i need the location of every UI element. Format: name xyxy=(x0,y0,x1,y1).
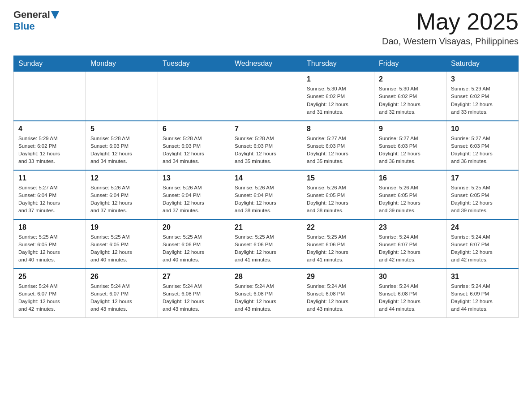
calendar-cell xyxy=(230,72,302,121)
day-number: 5 xyxy=(90,125,153,133)
day-info: Sunrise: 5:24 AMSunset: 6:07 PMDaylight:… xyxy=(18,283,81,313)
svg-marker-0 xyxy=(51,11,59,19)
day-info: Sunrise: 5:28 AMSunset: 6:03 PMDaylight:… xyxy=(235,135,297,166)
calendar-cell: 15Sunrise: 5:26 AMSunset: 6:05 PMDayligh… xyxy=(302,170,374,219)
day-info: Sunrise: 5:24 AMSunset: 6:07 PMDaylight:… xyxy=(90,283,153,313)
day-info: Sunrise: 5:25 AMSunset: 6:05 PMDaylight:… xyxy=(18,233,81,264)
day-number: 12 xyxy=(90,174,153,182)
day-info: Sunrise: 5:26 AMSunset: 6:04 PMDaylight:… xyxy=(163,184,225,215)
day-info: Sunrise: 5:26 AMSunset: 6:04 PMDaylight:… xyxy=(90,184,153,215)
calendar-cell: 9Sunrise: 5:27 AMSunset: 6:03 PMDaylight… xyxy=(374,121,446,170)
calendar-cell xyxy=(158,72,230,121)
calendar-cell: 17Sunrise: 5:25 AMSunset: 6:05 PMDayligh… xyxy=(446,170,519,219)
day-info: Sunrise: 5:28 AMSunset: 6:03 PMDaylight:… xyxy=(90,135,153,166)
weekday-header-tuesday: Tuesday xyxy=(158,56,230,72)
calendar-cell: 30Sunrise: 5:24 AMSunset: 6:08 PMDayligh… xyxy=(374,269,446,318)
day-number: 24 xyxy=(451,223,514,231)
weekday-header-row: SundayMondayTuesdayWednesdayThursdayFrid… xyxy=(14,56,519,72)
calendar-cell: 23Sunrise: 5:24 AMSunset: 6:07 PMDayligh… xyxy=(374,219,446,269)
page-header: General Blue May 2025 Dao, Western Visay… xyxy=(13,9,519,47)
calendar-cell: 7Sunrise: 5:28 AMSunset: 6:03 PMDaylight… xyxy=(230,121,302,170)
month-year-title: May 2025 xyxy=(382,9,519,34)
calendar-cell: 22Sunrise: 5:25 AMSunset: 6:06 PMDayligh… xyxy=(302,219,374,269)
calendar-cell: 10Sunrise: 5:27 AMSunset: 6:03 PMDayligh… xyxy=(446,121,519,170)
day-number: 28 xyxy=(235,273,297,281)
calendar-cell: 3Sunrise: 5:29 AMSunset: 6:02 PMDaylight… xyxy=(446,72,519,121)
calendar-cell: 14Sunrise: 5:26 AMSunset: 6:04 PMDayligh… xyxy=(230,170,302,219)
calendar-cell: 25Sunrise: 5:24 AMSunset: 6:07 PMDayligh… xyxy=(14,269,86,318)
day-info: Sunrise: 5:27 AMSunset: 6:03 PMDaylight:… xyxy=(451,135,514,166)
logo: General Blue xyxy=(13,9,59,32)
calendar-cell: 27Sunrise: 5:24 AMSunset: 6:08 PMDayligh… xyxy=(158,269,230,318)
calendar-week-row: 11Sunrise: 5:27 AMSunset: 6:04 PMDayligh… xyxy=(14,170,519,219)
day-number: 27 xyxy=(163,273,225,281)
day-number: 7 xyxy=(235,125,297,133)
day-info: Sunrise: 5:29 AMSunset: 6:02 PMDaylight:… xyxy=(451,85,514,116)
weekday-header-sunday: Sunday xyxy=(14,56,86,72)
day-info: Sunrise: 5:25 AMSunset: 6:06 PMDaylight:… xyxy=(235,233,297,264)
day-number: 25 xyxy=(18,273,81,281)
day-number: 20 xyxy=(163,223,225,231)
calendar-cell: 4Sunrise: 5:29 AMSunset: 6:02 PMDaylight… xyxy=(14,121,86,170)
calendar-cell: 18Sunrise: 5:25 AMSunset: 6:05 PMDayligh… xyxy=(14,219,86,269)
calendar-cell: 28Sunrise: 5:24 AMSunset: 6:08 PMDayligh… xyxy=(230,269,302,318)
calendar-cell: 16Sunrise: 5:26 AMSunset: 6:05 PMDayligh… xyxy=(374,170,446,219)
day-info: Sunrise: 5:26 AMSunset: 6:05 PMDaylight:… xyxy=(379,184,442,215)
day-number: 6 xyxy=(163,125,225,133)
calendar-cell: 31Sunrise: 5:24 AMSunset: 6:09 PMDayligh… xyxy=(446,269,519,318)
calendar-cell xyxy=(14,72,86,121)
weekday-header-friday: Friday xyxy=(374,56,446,72)
day-info: Sunrise: 5:29 AMSunset: 6:02 PMDaylight:… xyxy=(18,135,81,166)
day-number: 14 xyxy=(235,174,297,182)
day-number: 18 xyxy=(18,223,81,231)
day-number: 10 xyxy=(451,125,514,133)
calendar-cell: 6Sunrise: 5:28 AMSunset: 6:03 PMDaylight… xyxy=(158,121,230,170)
location-subtitle: Dao, Western Visayas, Philippines xyxy=(382,36,519,47)
day-info: Sunrise: 5:25 AMSunset: 6:05 PMDaylight:… xyxy=(90,233,153,264)
day-number: 30 xyxy=(379,273,442,281)
day-number: 31 xyxy=(451,273,514,281)
day-info: Sunrise: 5:26 AMSunset: 6:04 PMDaylight:… xyxy=(235,184,297,215)
day-info: Sunrise: 5:27 AMSunset: 6:03 PMDaylight:… xyxy=(379,135,442,166)
day-info: Sunrise: 5:24 AMSunset: 6:07 PMDaylight:… xyxy=(451,233,514,264)
day-number: 22 xyxy=(307,223,369,231)
day-number: 16 xyxy=(379,174,442,182)
day-number: 29 xyxy=(307,273,369,281)
day-info: Sunrise: 5:27 AMSunset: 6:04 PMDaylight:… xyxy=(18,184,81,215)
day-info: Sunrise: 5:24 AMSunset: 6:07 PMDaylight:… xyxy=(379,233,442,264)
calendar-cell: 11Sunrise: 5:27 AMSunset: 6:04 PMDayligh… xyxy=(14,170,86,219)
calendar-cell xyxy=(86,72,158,121)
weekday-header-wednesday: Wednesday xyxy=(230,56,302,72)
day-info: Sunrise: 5:25 AMSunset: 6:05 PMDaylight:… xyxy=(451,184,514,215)
calendar-cell: 8Sunrise: 5:27 AMSunset: 6:03 PMDaylight… xyxy=(302,121,374,170)
day-info: Sunrise: 5:30 AMSunset: 6:02 PMDaylight:… xyxy=(307,85,369,116)
day-number: 3 xyxy=(451,75,514,83)
day-number: 8 xyxy=(307,125,369,133)
day-info: Sunrise: 5:25 AMSunset: 6:06 PMDaylight:… xyxy=(163,233,225,264)
calendar-cell: 21Sunrise: 5:25 AMSunset: 6:06 PMDayligh… xyxy=(230,219,302,269)
day-info: Sunrise: 5:24 AMSunset: 6:08 PMDaylight:… xyxy=(307,283,369,313)
day-number: 15 xyxy=(307,174,369,182)
day-number: 23 xyxy=(379,223,442,231)
day-info: Sunrise: 5:25 AMSunset: 6:06 PMDaylight:… xyxy=(307,233,369,264)
calendar-cell: 2Sunrise: 5:30 AMSunset: 6:02 PMDaylight… xyxy=(374,72,446,121)
day-number: 9 xyxy=(379,125,442,133)
day-number: 21 xyxy=(235,223,297,231)
day-number: 19 xyxy=(90,223,153,231)
day-number: 2 xyxy=(379,75,442,83)
day-number: 4 xyxy=(18,125,81,133)
weekday-header-monday: Monday xyxy=(86,56,158,72)
day-info: Sunrise: 5:27 AMSunset: 6:03 PMDaylight:… xyxy=(307,135,369,166)
calendar-cell: 24Sunrise: 5:24 AMSunset: 6:07 PMDayligh… xyxy=(446,219,519,269)
calendar-cell: 26Sunrise: 5:24 AMSunset: 6:07 PMDayligh… xyxy=(86,269,158,318)
calendar-week-row: 4Sunrise: 5:29 AMSunset: 6:02 PMDaylight… xyxy=(14,121,519,170)
calendar-cell: 1Sunrise: 5:30 AMSunset: 6:02 PMDaylight… xyxy=(302,72,374,121)
logo-blue: Blue xyxy=(13,21,35,32)
logo-general: General xyxy=(13,9,50,21)
day-info: Sunrise: 5:30 AMSunset: 6:02 PMDaylight:… xyxy=(379,85,442,116)
day-info: Sunrise: 5:24 AMSunset: 6:08 PMDaylight:… xyxy=(163,283,225,313)
calendar-cell: 5Sunrise: 5:28 AMSunset: 6:03 PMDaylight… xyxy=(86,121,158,170)
day-info: Sunrise: 5:28 AMSunset: 6:03 PMDaylight:… xyxy=(163,135,225,166)
logo-arrow-icon xyxy=(51,11,59,19)
calendar-cell: 19Sunrise: 5:25 AMSunset: 6:05 PMDayligh… xyxy=(86,219,158,269)
